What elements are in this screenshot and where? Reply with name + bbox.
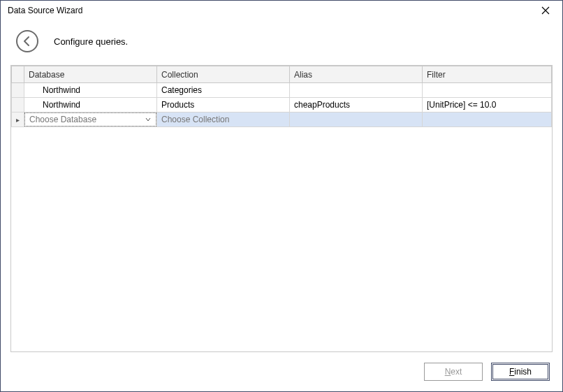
grid-header-collection[interactable]: Collection [157, 66, 290, 83]
cell-alias[interactable]: cheapProducts [290, 98, 423, 112]
cell-collection[interactable]: Products [157, 98, 290, 112]
row-indicator [12, 98, 24, 112]
grid-header-row: Database Collection Alias Filter [12, 66, 552, 83]
cell-collection[interactable]: Categories [157, 83, 290, 98]
chevron-down-icon[interactable] [143, 115, 153, 124]
wizard-header: Configure queries. [1, 20, 562, 65]
cell-database[interactable]: Northwind [24, 98, 157, 112]
close-icon [541, 6, 550, 15]
back-button[interactable] [16, 30, 38, 52]
finish-button[interactable]: Finish [491, 363, 550, 381]
cell-alias-empty[interactable] [290, 112, 423, 127]
grid-header-database[interactable]: Database [24, 66, 157, 83]
row-indicator-current: ▸ [12, 112, 24, 127]
next-button: Next [424, 363, 483, 381]
wizard-window: Data Source Wizard Configure queries. Da… [0, 0, 563, 392]
cell-filter[interactable] [423, 83, 552, 98]
queries-grid[interactable]: Database Collection Alias Filter Northwi… [10, 65, 553, 352]
arrow-left-icon [22, 36, 33, 47]
cell-filter[interactable]: [UnitPrice] <= 10.0 [423, 98, 552, 112]
cell-database[interactable]: Northwind [24, 83, 157, 98]
database-placeholder: Choose Database [29, 115, 143, 124]
cell-filter-empty[interactable] [423, 112, 552, 127]
grid-header-indicator [12, 66, 24, 83]
window-title: Data Source Wizard [8, 6, 536, 15]
grid-header-filter[interactable]: Filter [423, 66, 552, 83]
next-label-rest: ext [451, 367, 462, 377]
wizard-footer: Next Finish [1, 352, 562, 391]
cell-alias[interactable] [290, 83, 423, 98]
grid-header-alias[interactable]: Alias [290, 66, 423, 83]
finish-label-rest: inish [514, 367, 532, 377]
wizard-subtitle: Configure queries. [54, 36, 128, 47]
titlebar: Data Source Wizard [1, 1, 562, 20]
row-indicator [12, 83, 24, 98]
cell-collection-placeholder[interactable]: Choose Collection [157, 112, 290, 127]
close-button[interactable] [536, 1, 555, 20]
current-row-icon: ▸ [16, 116, 20, 124]
grid-new-row[interactable]: ▸ Choose Database Choose Collection [12, 112, 552, 127]
grid-row[interactable]: Northwind Products cheapProducts [UnitPr… [12, 98, 552, 112]
cell-database-editor[interactable]: Choose Database [24, 112, 157, 127]
grid-row[interactable]: Northwind Categories [12, 83, 552, 98]
